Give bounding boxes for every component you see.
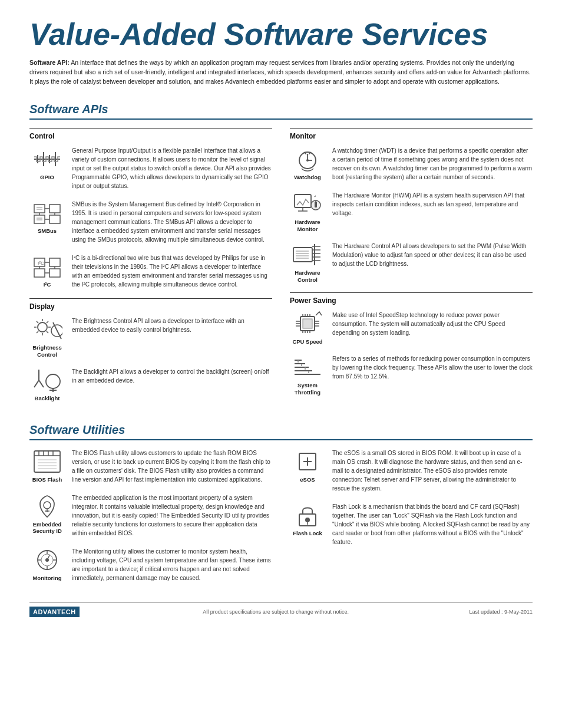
monitoring-icon-wrap: Monitoring xyxy=(29,547,65,581)
list-item: BIOS Flash The BIOS Flash utility allows… xyxy=(29,449,272,484)
list-item: Watchdog A watchdog timer (WDT) is a dev… xyxy=(290,146,533,182)
esos-label: eSOS xyxy=(300,476,315,483)
monitoring-label: Monitoring xyxy=(32,575,61,581)
gpio-desc: General Purpose Input/Output is a flexib… xyxy=(72,146,272,190)
display-section: Display xyxy=(29,298,272,401)
page: Value-Added Software Services Software A… xyxy=(0,0,562,629)
bios-flash-label: BIOS Flash xyxy=(32,476,62,483)
flash-lock-desc: Flash Lock is a mechanism that binds the… xyxy=(332,502,533,546)
watchdog-desc: A watchdog timer (WDT) is a device that … xyxy=(332,146,533,182)
esos-icon xyxy=(292,449,323,475)
gpio-icon-wrap: GPIO xyxy=(29,146,65,180)
utilities-left-column: BIOS Flash The BIOS Flash utility allows… xyxy=(29,449,272,592)
footer: ADVANTECH All product specifications are… xyxy=(29,602,533,617)
svg-rect-7 xyxy=(34,215,45,223)
control-section: Control xyxy=(29,128,272,289)
advantech-logo: ADVANTECH xyxy=(29,607,82,617)
svg-point-98 xyxy=(44,502,51,509)
list-item: Flash Lock Flash Lock is a mechanism tha… xyxy=(290,502,533,546)
security-id-icon-wrap: EmbeddedSecurity ID xyxy=(29,493,65,535)
hw-monitor-label: HardwareMonitor xyxy=(295,219,320,232)
monitoring-desc: The Monitoring utility allows the custom… xyxy=(72,547,272,582)
apis-grid: Control xyxy=(29,128,533,411)
hw-control-label: HardwareControl xyxy=(295,269,320,283)
throttling-icon xyxy=(292,354,323,380)
smbus-desc: SMBus is the System Management Bus defin… xyxy=(72,200,272,244)
monitor-column: Monitor xyxy=(290,128,533,411)
security-id-icon xyxy=(32,493,62,519)
brightness-icon xyxy=(32,317,62,342)
power-saving-title: Power Saving xyxy=(290,297,533,305)
svg-rect-18 xyxy=(49,258,60,266)
svg-rect-56 xyxy=(293,248,312,262)
i2c-icon: I²C xyxy=(32,253,62,279)
list-item: SMBus SMBus is the System Management Bus… xyxy=(29,200,272,244)
flash-lock-icon-wrap: Flash Lock xyxy=(290,502,325,536)
intro-paragraph: Software API: An interface that defines … xyxy=(29,58,533,86)
backlight-label: Backlight xyxy=(35,395,60,401)
i2c-icon-wrap: I²C I²C xyxy=(29,253,65,288)
throttling-desc: Refers to a series of methods for reduci… xyxy=(332,354,533,381)
hw-control-icon xyxy=(292,242,323,268)
bios-flash-icon-wrap: BIOS Flash xyxy=(29,449,65,483)
software-utilities-section: Software Utilities xyxy=(29,423,533,592)
esos-icon-wrap: eSOS xyxy=(290,449,325,483)
bios-flash-desc: The BIOS Flash utility allows customers … xyxy=(72,449,272,484)
power-saving-section: Power Saving xyxy=(290,292,533,396)
list-item: SystemThrottling Refers to a series of m… xyxy=(290,354,533,396)
backlight-desc: The Backlight API allows a developer to … xyxy=(72,367,272,385)
monitoring-icon xyxy=(32,547,62,573)
security-id-label: EmbeddedSecurity ID xyxy=(32,521,62,535)
list-item: GPIO General Purpose Input/Output is a f… xyxy=(29,146,272,190)
brightness-label: BrightnessControl xyxy=(32,344,62,358)
backlight-icon-wrap: Backlight xyxy=(29,367,65,401)
list-item: HardwareControl The Hardware Control API… xyxy=(290,242,533,283)
svg-rect-54 xyxy=(315,202,317,207)
svg-line-33 xyxy=(47,321,48,323)
list-item: I²C I²C I²C is a bi-directional two wire… xyxy=(29,253,272,289)
cpu-speed-icon-wrap: CPU Speed xyxy=(290,311,325,345)
svg-line-34 xyxy=(37,331,38,333)
throttling-label: SystemThrottling xyxy=(295,382,320,396)
list-item: HardwareMonitor The Hardware Monitor (HW… xyxy=(290,191,533,232)
cpu-speed-label: CPU Speed xyxy=(292,338,322,345)
cpu-speed-icon xyxy=(292,311,323,337)
svg-rect-20 xyxy=(49,269,60,277)
bios-flash-icon xyxy=(32,449,62,475)
flash-lock-icon xyxy=(292,502,323,528)
utilities-grid: BIOS Flash The BIOS Flash utility allows… xyxy=(29,449,533,592)
hw-monitor-icon-wrap: HardwareMonitor xyxy=(290,191,325,232)
i2c-label: I²C xyxy=(44,281,51,288)
footer-updated: Last updated : 9-May-2011 xyxy=(469,609,533,615)
monitor-title: Monitor xyxy=(290,132,533,140)
svg-line-31 xyxy=(37,321,38,323)
list-item: BrightnessControl The Brightness Control… xyxy=(29,317,272,358)
svg-rect-19 xyxy=(34,269,45,277)
watchdog-label: Watchdog xyxy=(294,174,321,180)
svg-line-39 xyxy=(39,380,44,387)
cpu-speed-desc: Make use of Intel SpeedStep technology t… xyxy=(332,311,533,337)
list-item: CPU Speed Make use of Intel SpeedStep te… xyxy=(290,311,533,345)
svg-line-32 xyxy=(47,331,48,333)
i2c-desc: I²C is a bi-directional two wire bus tha… xyxy=(72,253,272,289)
software-utilities-title: Software Utilities xyxy=(29,423,533,440)
control-title: Control xyxy=(29,132,272,140)
svg-rect-88 xyxy=(34,451,60,472)
list-item: Monitoring The Monitoring utility allows… xyxy=(29,547,272,582)
hw-monitor-desc: The Hardware Monitor (HWM) API is a syst… xyxy=(332,191,533,218)
svg-rect-8 xyxy=(49,215,60,223)
gpio-icon xyxy=(32,146,62,172)
display-title: Display xyxy=(29,302,272,311)
svg-line-55 xyxy=(315,196,316,197)
svg-point-26 xyxy=(38,322,47,332)
hw-control-desc: The Hardware Control API allows develope… xyxy=(332,242,533,268)
svg-rect-6 xyxy=(49,205,60,213)
control-column: Control xyxy=(29,128,272,411)
smbus-icon-wrap: SMBus xyxy=(29,200,65,234)
list-item: eSOS The eSOS is a small OS stored in BI… xyxy=(290,449,533,493)
smbus-icon xyxy=(32,200,62,226)
security-id-desc: The embedded application is the most imp… xyxy=(72,493,272,538)
svg-point-113 xyxy=(305,518,310,522)
svg-text:I²C: I²C xyxy=(38,261,44,266)
watchdog-icon xyxy=(292,146,323,172)
